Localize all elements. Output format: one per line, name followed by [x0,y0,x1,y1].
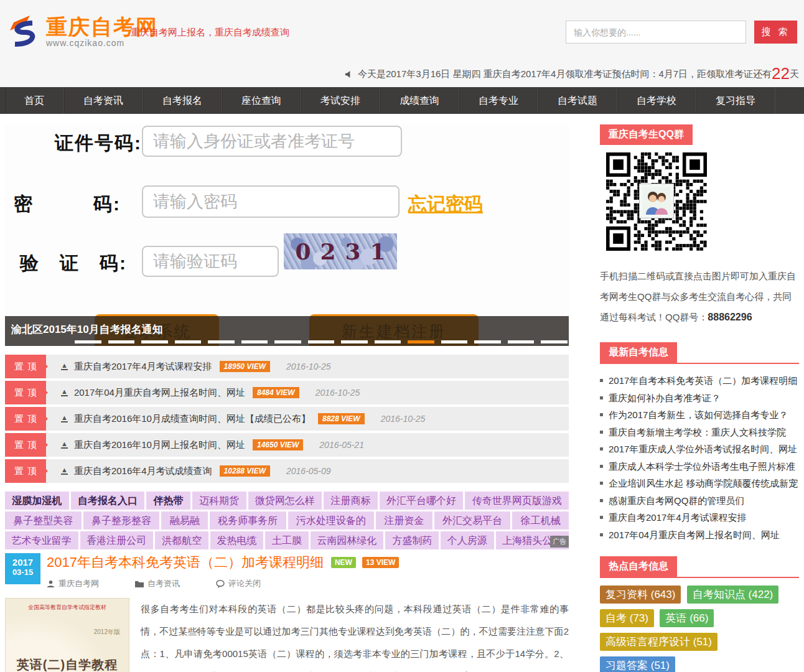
slider-dot[interactable] [175,340,202,343]
captcha-image[interactable]: 0231 [284,233,397,269]
slider-dot[interactable] [474,340,501,343]
hot-tag[interactable]: 复习资料 (643) [600,586,681,604]
ad-link[interactable]: 艺术专业留学 [5,531,78,549]
pinned-title[interactable]: 重庆自考2016年4月考试成绩查询 [74,465,212,477]
latest-news-item[interactable]: 企业培训风生水起 移动商学院颠覆传统成新宠 [600,475,799,492]
article-title[interactable]: 2017年自考本科免考英语（二）加考课程明细 [47,553,324,572]
pinned-title[interactable]: 重庆自考2016年10月成绩查询时间、网址【成绩已公布】 [74,413,311,425]
nav-item-exam-schedule[interactable]: 考试安排 [301,87,380,114]
speaker-icon [345,70,353,78]
nav-item-home[interactable]: 首页 [5,87,64,114]
pinned-row[interactable]: 置顶 ▲ 重庆自考2016年10月网上报名时间、网址 14650 VIEW 20… [5,433,569,457]
slider-dot[interactable] [408,340,434,343]
hot-tag[interactable]: 自考 (73) [600,609,654,627]
pinned-row[interactable]: 置顶 ▲ 重庆自考2016年10月成绩查询时间、网址【成绩已公布】 8828 V… [5,407,569,431]
nav-item-review-guide[interactable]: 复习指导 [696,87,775,114]
ad-link[interactable]: 外汇交易平台 [434,511,511,530]
search-button[interactable]: 搜 索 [754,21,797,44]
ad-link[interactable]: 鼻子整型美容 [5,511,82,530]
latest-news-item[interactable]: 重庆如何补办自考准考证？ [600,390,799,407]
latest-news-item[interactable]: 2017年04月重庆自考网上报名时间、网址 [600,526,799,544]
ad-link[interactable]: 税务师事务所 [210,511,286,530]
new-badge: NEW [331,557,356,568]
nav-item-questions[interactable]: 自考试题 [538,87,617,114]
hot-tag[interactable]: 英语 (66) [660,609,714,627]
ad-link[interactable]: 徐工机械 [512,511,569,530]
ad-link[interactable]: 注册商标 [324,492,378,510]
ad-link[interactable]: 鼻子整形整容 [83,511,160,530]
pinned-row[interactable]: 置顶 ▲ 2017年04月重庆自考网上报名时间、网址 8484 VIEW 201… [5,381,569,404]
hot-tag[interactable]: 自考知识点 (422) [687,586,778,604]
article-category[interactable]: 自考资讯 [147,578,180,589]
article-views-badge: 13 VIEW [362,557,399,568]
latest-news-list: 2017年自考本科免考英语（二）加考课程明细 重庆如何补办自考准考证？ 作为20… [600,364,799,543]
ad-link[interactable]: 污水处理设备的 [288,511,375,530]
book-cover-image[interactable]: 全国高等教育自学考试指定教材 2012年版 英语(二)自学教程 本（专）科（二）… [5,598,129,672]
slider-dot[interactable] [141,340,168,343]
ad-link[interactable]: 湿膜加湿机 [5,492,69,510]
nav-item-register[interactable]: 自考报名 [143,87,222,114]
ad-link[interactable]: 传奇世界网页版游戏 [465,492,569,510]
hot-tag[interactable]: 习题答案 (51) [600,656,675,672]
ad-link[interactable]: 方盛制药 [385,531,439,549]
slider-dot[interactable] [541,340,568,343]
eject-icon: ▲ [61,415,68,422]
pinned-title[interactable]: 重庆自考2016年10月网上报名时间、网址 [74,439,245,451]
pinned-badge: 置顶 [5,355,46,378]
author-icon [47,580,55,588]
nav-item-majors[interactable]: 自考专业 [459,87,538,114]
article-author[interactable]: 重庆自考网 [58,578,99,589]
forgot-password-link[interactable]: 忘记密码 [408,192,483,217]
ad-link[interactable]: 个人房源 [441,531,494,549]
ad-link[interactable]: 迈科期货 [192,492,246,510]
ad-link[interactable]: 土工膜 [265,531,309,549]
slider-dot[interactable] [441,340,468,343]
ad-link[interactable]: 云南园林绿化 [311,531,384,549]
hot-tag[interactable]: 高级语言程序设计 (51) [600,633,718,651]
latest-news-item[interactable]: 重庆自考新增主考学校：重庆人文科技学院 [600,424,799,441]
ad-link[interactable]: 微贷网怎么样 [248,492,322,510]
ad-link[interactable]: 香港注册公司 [80,531,154,549]
slider-dot[interactable] [241,340,268,343]
nav-item-news[interactable]: 自考资讯 [64,87,143,114]
qq-group-qrcode[interactable] [600,146,713,257]
ad-link[interactable]: 融易融 [161,511,208,530]
ad-link[interactable]: 注册资金 [376,511,432,530]
password-input[interactable] [142,185,400,218]
ad-link[interactable]: 发热电缆 [210,531,264,549]
latest-news-item[interactable]: 重庆自考2017年4月考试课程安排 [600,509,799,526]
slider-dot[interactable] [341,340,368,343]
slider-dot[interactable] [108,340,135,343]
latest-news-item[interactable]: 2017年自考本科免考英语（二）加考课程明细 [600,372,799,390]
search-input[interactable] [566,21,746,44]
slider-dot[interactable] [274,340,301,343]
latest-news-item[interactable]: 感谢重庆自考网QQ群的管理员们 [600,492,799,510]
slider-dot[interactable] [208,340,235,343]
ad-link[interactable]: 自考报名入口 [71,492,145,510]
nav-item-schools[interactable]: 自考学校 [617,87,696,114]
captcha-input[interactable] [142,246,279,277]
id-number-input[interactable] [142,126,402,157]
pinned-title[interactable]: 2017年04月重庆自考网上报名时间、网址 [74,387,245,399]
pinned-row[interactable]: 置顶 ▲ 重庆自考2016年4月考试成绩查询 10288 VIEW 2016-0… [5,459,569,483]
views-badge: 14650 VIEW [253,439,303,450]
ad-link[interactable]: 洪都航空 [155,531,208,549]
slider-dot[interactable] [75,340,101,343]
slider-dot[interactable] [375,340,401,343]
nav-item-seat-query[interactable]: 座位查询 [222,87,301,114]
latest-news-item[interactable]: 重庆成人本科学士学位外语考生电子照片标准 [600,458,799,475]
slider-dot[interactable] [308,340,335,343]
latest-news-item[interactable]: 2017年重庆成人学位外语考试报名时间、网址 [600,441,799,458]
nav-item-score-query[interactable]: 成绩查询 [380,87,459,114]
slider-dot[interactable] [508,340,535,343]
pinned-title[interactable]: 重庆自考2017年4月考试课程安排 [74,361,212,373]
pinned-row[interactable]: 置顶 ▲ 重庆自考2017年4月考试课程安排 18950 VIEW 2016-1… [5,355,569,378]
content: 证件号码: 密 码: 忘记密码 验 证 码: 0231 登录系统 新生建档注册 … [0,114,804,672]
page: 重庆自考网 www.cqzikao.com 重庆自考网上报名，重庆自考成绩查询 … [0,0,804,672]
slider-caption[interactable]: 渝北区2015年10月自考报名通知 [11,322,163,337]
ad-link[interactable]: 外汇平台哪个好 [380,492,464,510]
ad-link-cloud: 湿膜加湿机 自考报名入口 伴热带 迈科期货 微贷网怎么样 注册商标 外汇平台哪个… [5,492,569,549]
latest-news-item[interactable]: 作为2017自考新生，该如何选择自考专业？ [600,406,799,424]
hot-tag-cloud: 复习资料 (643) 自考知识点 (422) 自考 (73) 英语 (66) 高… [600,578,799,672]
ad-link[interactable]: 伴热带 [146,492,190,510]
